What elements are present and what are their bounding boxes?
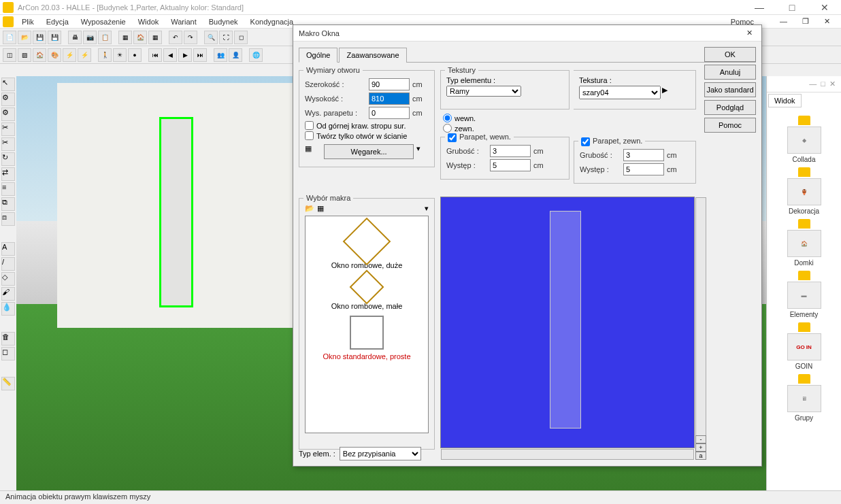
cursor-icon[interactable]: ↖ — [1, 78, 15, 91]
globe-icon[interactable]: 🌐 — [249, 48, 263, 62]
open-icon[interactable]: 📂 — [18, 31, 31, 44]
catalog-item-collada[interactable]: ◆Collada — [770, 116, 838, 163]
type-select[interactable]: Ramy — [446, 86, 521, 97]
sill-out-over-input[interactable] — [623, 163, 664, 175]
texture-browse-icon[interactable]: ▶ — [662, 86, 674, 99]
group-icon[interactable]: ⧉ — [1, 197, 15, 211]
sill-input[interactable] — [369, 107, 410, 119]
zoom-icon[interactable]: 🔍 — [204, 31, 218, 44]
next-icon[interactable]: ▶ — [178, 48, 192, 62]
menu-plik[interactable]: Plik — [16, 16, 39, 27]
help-button[interactable]: Pomoc — [704, 118, 756, 133]
sun-icon[interactable]: ☀ — [113, 48, 127, 62]
panel-tab-widok[interactable]: Widok — [768, 94, 802, 107]
tab-ogolne[interactable]: Ogólne — [299, 48, 337, 63]
macro-item-romb-small[interactable]: Okno rombowe, małe — [308, 275, 425, 310]
menu-wyposazenie[interactable]: Wyposażenie — [76, 16, 131, 27]
catalog-item-dekoracja[interactable]: 🏺Dekoracja — [770, 167, 838, 215]
panel-max-icon[interactable]: □ — [821, 80, 825, 88]
window-close-button[interactable]: ✕ — [811, 2, 838, 13]
text-icon[interactable]: A — [1, 242, 15, 256]
mdi-minimize-button[interactable]: — — [774, 16, 793, 27]
gear-icon[interactable]: ⚙ — [1, 93, 15, 106]
dialog-close-button[interactable]: ✕ — [742, 27, 756, 40]
redo-icon[interactable]: ↷ — [184, 31, 197, 44]
catalog-item-goin[interactable]: GO INGOIN — [770, 322, 838, 370]
walk-icon[interactable]: 🚶 — [98, 48, 112, 62]
lintel-icon[interactable]: ▦ — [305, 144, 321, 159]
preview-scroll-h[interactable] — [441, 449, 694, 460]
shape-icon[interactable]: ◇ — [1, 272, 15, 286]
ruler-icon[interactable]: 📏 — [1, 377, 15, 390]
catalog-item-domki[interactable]: 🏠Domki — [770, 219, 838, 267]
print-icon[interactable]: 🖶 — [68, 31, 82, 44]
width-input[interactable] — [369, 78, 410, 90]
person-icon[interactable]: 👤 — [229, 48, 242, 62]
chk-parapet-zewn[interactable] — [581, 137, 590, 146]
layer-icon[interactable]: ▨ — [18, 48, 31, 62]
first-icon[interactable]: ⏮ — [148, 48, 162, 62]
delete-icon[interactable]: 🗑 — [1, 332, 15, 346]
view3d-icon[interactable]: 🏠 — [33, 48, 46, 62]
macro-grid-icon[interactable]: ▦ — [317, 204, 324, 213]
menu-widok[interactable]: Widok — [133, 16, 165, 27]
undo-icon[interactable]: ↶ — [169, 31, 182, 44]
texture-select[interactable]: szary04 — [579, 86, 661, 99]
eyedrop-icon[interactable]: 💧 — [1, 302, 15, 316]
menu-budynek[interactable]: Budynek — [203, 16, 244, 27]
sill-in-thick-input[interactable] — [490, 145, 531, 157]
preview-scroll-v[interactable] — [695, 197, 706, 448]
last-icon[interactable]: ⏭ — [193, 48, 207, 62]
color-icon[interactable]: 🎨 — [48, 48, 61, 62]
cut-icon[interactable]: ✂ — [1, 137, 15, 151]
macro-item-romb-large[interactable]: Okno rombowe, duże — [308, 224, 425, 269]
save-icon[interactable]: 💾 — [33, 31, 46, 44]
paint-icon[interactable]: 🖌 — [1, 287, 15, 301]
zoom-fit-icon[interactable]: ⛶ — [219, 31, 233, 44]
copy-icon[interactable]: 📋 — [98, 31, 112, 44]
camera-icon[interactable]: 📷 — [83, 31, 97, 44]
square-icon[interactable]: ◻ — [1, 347, 15, 360]
chk-parapet-wewn[interactable] — [448, 133, 457, 142]
tab-zaawansowane[interactable]: Zaawansowane — [339, 48, 406, 63]
mirror-icon[interactable]: ⇄ — [1, 167, 15, 181]
gear2-icon[interactable]: ⚙ — [1, 107, 15, 121]
rotate-icon[interactable]: ↻ — [1, 152, 15, 166]
line-icon[interactable]: / — [1, 257, 15, 271]
macro-item-standard[interactable]: Okno standardowe, proste — [308, 316, 425, 360]
light-icon[interactable]: ⚡ — [63, 48, 76, 62]
select-all-icon[interactable]: ◫ — [3, 48, 16, 62]
zoom-minus-icon[interactable]: - — [695, 435, 706, 443]
standard-button[interactable]: Jako standard — [704, 82, 756, 97]
catalog-item-grupy[interactable]: 🖥Grupy — [770, 374, 838, 422]
people-icon[interactable]: 👥 — [214, 48, 227, 62]
align-icon[interactable]: ≡ — [1, 182, 15, 196]
window-maximize-button[interactable]: □ — [778, 2, 806, 13]
macro-dropdown-icon[interactable]: ▾ — [425, 204, 429, 213]
prev-icon[interactable]: ◀ — [163, 48, 177, 62]
height-input[interactable] — [369, 93, 410, 105]
chk-only-hole[interactable] — [305, 131, 314, 140]
window-preview[interactable]: - + a — [440, 197, 695, 448]
zoom-fit-icon[interactable]: a — [695, 452, 706, 460]
grid-icon[interactable]: ▦ — [148, 31, 162, 44]
save-as-icon[interactable]: 💾 — [48, 31, 61, 44]
ok-button[interactable]: OK — [704, 47, 756, 62]
radio-zewn[interactable] — [443, 124, 452, 133]
zoom-plus-icon[interactable]: + — [695, 443, 706, 452]
typelem-select[interactable]: Bez przypisania — [340, 447, 421, 460]
record-icon[interactable]: ● — [128, 48, 142, 62]
macro-folder-icon[interactable]: 📂 — [305, 204, 314, 213]
catalog-item-elementy[interactable]: ▬Elementy — [770, 271, 838, 318]
radio-wewn[interactable] — [443, 114, 452, 122]
window-icon[interactable]: ▦ — [118, 31, 132, 44]
menu-wariant[interactable]: Wariant — [165, 16, 202, 27]
lintel-button[interactable]: Węgarek... — [324, 144, 414, 159]
mdi-close-button[interactable]: ✕ — [819, 16, 836, 27]
panel-close-icon[interactable]: ✕ — [829, 80, 836, 88]
panel-min-icon[interactable]: — — [809, 80, 817, 88]
new-icon[interactable]: 📄 — [3, 31, 16, 44]
cancel-button[interactable]: Anuluj — [704, 65, 756, 80]
menu-kondygnacja[interactable]: Kondygnacja — [245, 16, 299, 27]
lintel-dropdown-icon[interactable]: ▾ — [416, 144, 429, 159]
